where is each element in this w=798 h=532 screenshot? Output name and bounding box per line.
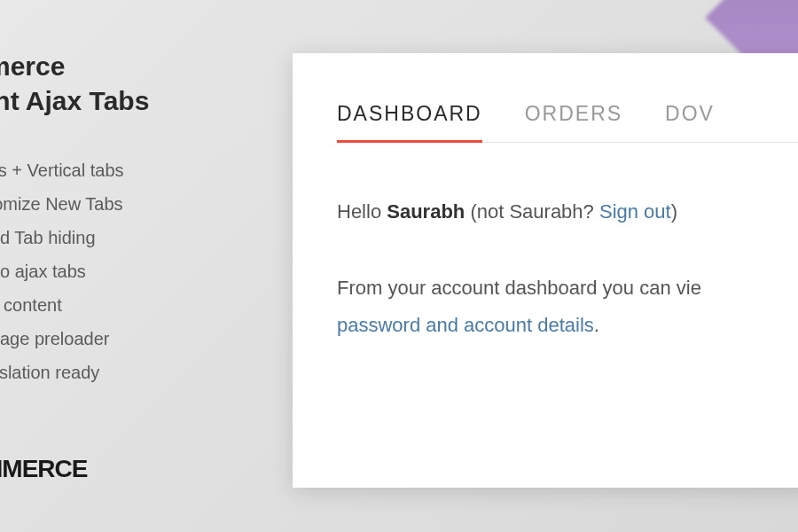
brand-logo: COMMERCE — [0, 455, 87, 483]
feature-item: & Translation ready — [0, 356, 266, 389]
tab-dashboard[interactable]: DASHBOARD — [337, 102, 482, 142]
feature-item: / Customize New Tabs — [0, 187, 266, 221]
promo-sidebar: ommerce count Ajax Tabs b styles + Verti… — [0, 49, 266, 389]
feature-item: tom image preloader — [0, 322, 266, 356]
greeting-not: (not Saurabh? — [465, 200, 599, 223]
greeting-prefix: Hello — [337, 200, 387, 223]
feature-item: es Tab content — [0, 288, 266, 322]
product-title: ommerce count Ajax Tabs — [0, 49, 266, 118]
feature-item: b styles + Vertical tabs — [0, 153, 266, 187]
tab-orders[interactable]: ORDERS — [525, 102, 622, 142]
tab-downloads[interactable]: DOV — [665, 102, 715, 142]
title-line-2: count Ajax Tabs — [0, 83, 266, 118]
feature-list: b styles + Vertical tabs / Customize New… — [0, 153, 266, 389]
dashboard-description: From your account dashboard you can vie … — [337, 270, 798, 344]
greeting-text: Hello Saurabh (not Saurabh? Sign out) — [337, 196, 798, 227]
account-panel: DASHBOARD ORDERS DOV Hello Saurabh (not … — [293, 53, 798, 488]
greeting-suffix: ) — [671, 200, 677, 223]
account-tabs: DASHBOARD ORDERS DOV — [337, 102, 798, 143]
signout-link[interactable]: Sign out — [599, 200, 671, 223]
title-line-1: ommerce — [0, 49, 266, 83]
edit-account-link[interactable]: password and account details — [337, 314, 594, 336]
dashboard-period: . — [594, 314, 599, 336]
greeting-username: Saurabh — [387, 200, 465, 223]
feature-item: vert into ajax tabs — [0, 254, 266, 288]
dashboard-line1: From your account dashboard you can vie — [337, 277, 701, 299]
feature-item: e based Tab hiding — [0, 221, 266, 254]
